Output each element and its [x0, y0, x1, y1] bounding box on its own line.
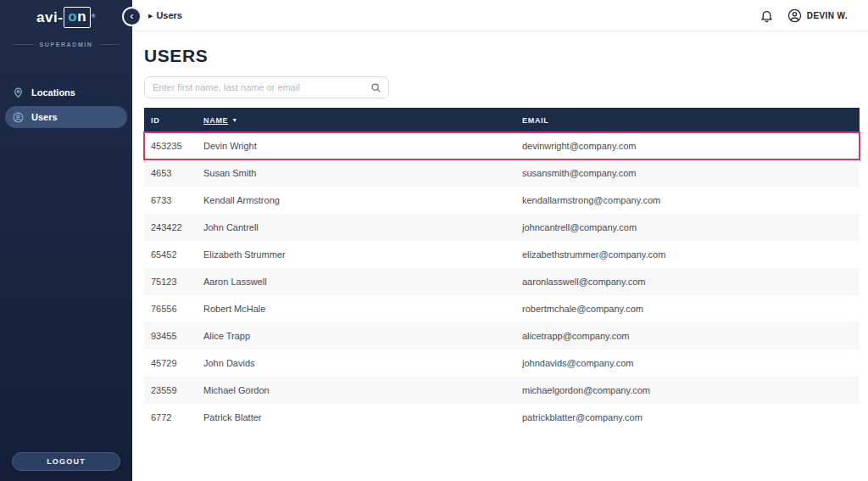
- search-icon[interactable]: [370, 81, 381, 97]
- table-header: ID NAME ▼ EMAIL: [144, 108, 860, 132]
- user-menu[interactable]: DEVIN W.: [787, 8, 848, 23]
- sort-desc-icon: ▼: [231, 117, 238, 123]
- chevron-left-icon: ‹: [130, 10, 133, 21]
- table-row[interactable]: 6772 Patrick Blatter patrickblatter@comp…: [144, 404, 860, 431]
- cell-user-name: Susan Smith: [203, 168, 522, 178]
- cell-user-name: Kendall Armstrong: [203, 195, 522, 205]
- logo-box: on: [64, 7, 91, 28]
- logo-letter-o: o: [68, 8, 77, 25]
- breadcrumb-label: Users: [156, 10, 182, 20]
- search-bar: [144, 76, 389, 98]
- sidebar-item-locations[interactable]: Locations: [5, 81, 127, 103]
- app-window: avi-on® SUPERADMIN Locations: [0, 0, 868, 481]
- sidebar-item-users[interactable]: Users: [5, 106, 127, 128]
- user-avatar-icon: [787, 8, 802, 23]
- logout-button[interactable]: LOGOUT: [12, 452, 120, 471]
- cell-user-email: elizabethstrummer@company.com: [522, 249, 860, 260]
- cell-user-email: robertmchale@company.com: [522, 304, 860, 314]
- breadcrumb[interactable]: ▶ Users: [148, 10, 182, 20]
- notification-bell-icon[interactable]: [760, 8, 774, 23]
- sidebar-item-label: Locations: [31, 87, 75, 98]
- cell-user-name: John Davids: [203, 358, 522, 368]
- cell-user-id: 6733: [151, 195, 203, 205]
- collapse-sidebar-button[interactable]: ‹: [122, 7, 142, 26]
- divider-line-right: [98, 44, 120, 45]
- cell-user-id: 23559: [151, 385, 203, 395]
- column-header-id: ID: [151, 116, 203, 125]
- topbar-actions: DEVIN W.: [760, 8, 848, 23]
- cell-user-email: susansmith@company.com: [522, 168, 860, 178]
- breadcrumb-arrow-icon: ▶: [148, 13, 153, 19]
- column-header-name[interactable]: NAME ▼: [203, 116, 522, 125]
- users-table: ID NAME ▼ EMAIL 453235 Devin Wright devi…: [144, 108, 860, 431]
- logo-letter-n: n: [77, 8, 86, 25]
- cell-user-email: aaronlasswell@company.com: [522, 277, 860, 287]
- cell-user-name: Robert McHale: [203, 304, 522, 314]
- cell-user-email: alicetrapp@company.com: [522, 331, 860, 341]
- cell-user-name: Devin Wright: [203, 141, 522, 151]
- cell-user-email: johncantrell@company.com: [522, 222, 860, 232]
- page-title: USERS: [144, 46, 860, 66]
- table-row[interactable]: 453235 Devin Wright devinwright@company.…: [144, 132, 860, 159]
- cell-user-id: 76556: [151, 304, 203, 314]
- users-icon: [13, 112, 24, 123]
- cell-user-email: kendallarmstrong@company.com: [522, 195, 860, 205]
- cell-user-id: 75123: [151, 277, 203, 287]
- location-pin-icon: [13, 87, 24, 98]
- table-row[interactable]: 65452 Elizabeth Strummer elizabethstrumm…: [144, 241, 860, 268]
- sidebar-nav: Locations Users: [0, 81, 132, 128]
- cell-user-name: Patrick Blatter: [203, 412, 522, 422]
- table-row[interactable]: 76556 Robert McHale robertmchale@company…: [144, 295, 860, 322]
- search-input[interactable]: [144, 76, 389, 98]
- cell-user-id: 65452: [151, 249, 203, 260]
- table-row[interactable]: 93455 Alice Trapp alicetrapp@company.com: [144, 322, 860, 350]
- cell-user-name: Michael Gordon: [203, 385, 522, 395]
- cell-user-name: Aaron Lasswell: [203, 277, 522, 287]
- avi-on-logo: avi-on®: [0, 0, 132, 28]
- user-name-label: DEVIN W.: [807, 11, 848, 20]
- cell-user-id: 4653: [151, 168, 203, 178]
- registered-mark: ®: [92, 14, 96, 19]
- table-row[interactable]: 45729 John Davids johndavids@company.com: [144, 350, 860, 377]
- cell-user-name: Elizabeth Strummer: [203, 249, 522, 260]
- table-row[interactable]: 75123 Aaron Lasswell aaronlasswell@compa…: [144, 268, 860, 295]
- table-row[interactable]: 4653 Susan Smith susansmith@company.com: [144, 159, 860, 187]
- cell-user-email: devinwright@company.com: [522, 141, 860, 151]
- sidebar-item-label: Users: [31, 112, 58, 122]
- table-row[interactable]: 6733 Kendall Armstrong kendallarmstrong@…: [144, 187, 860, 214]
- column-header-email: EMAIL: [522, 116, 860, 125]
- divider-line-left: [12, 44, 34, 45]
- table-row[interactable]: 243422 John Cantrell johncantrell@compan…: [144, 214, 860, 241]
- role-label: SUPERADMIN: [39, 42, 92, 48]
- sidebar: avi-on® SUPERADMIN Locations: [0, 0, 132, 481]
- role-divider: SUPERADMIN: [0, 42, 132, 48]
- cell-user-email: johndavids@company.com: [522, 358, 860, 368]
- cell-user-id: 453235: [151, 141, 203, 151]
- table-row[interactable]: 23559 Michael Gordon michaelgordon@compa…: [144, 377, 860, 404]
- cell-user-email: patrickblatter@company.com: [522, 412, 860, 422]
- cell-user-id: 93455: [151, 331, 203, 341]
- topbar: ▶ Users DEVIN W.: [132, 0, 868, 31]
- main-content: USERS ID NAME ▼ EMAIL 453235 Devin Wrig: [144, 31, 860, 431]
- cell-user-name: Alice Trapp: [203, 331, 522, 341]
- logo-text-prefix: avi-: [36, 9, 63, 26]
- cell-user-name: John Cantrell: [203, 222, 522, 232]
- cell-user-email: michaelgordon@company.com: [522, 385, 860, 395]
- table-body: 453235 Devin Wright devinwright@company.…: [144, 132, 860, 431]
- cell-user-id: 45729: [151, 358, 203, 368]
- cell-user-id: 6772: [151, 412, 203, 422]
- cell-user-id: 243422: [151, 222, 203, 232]
